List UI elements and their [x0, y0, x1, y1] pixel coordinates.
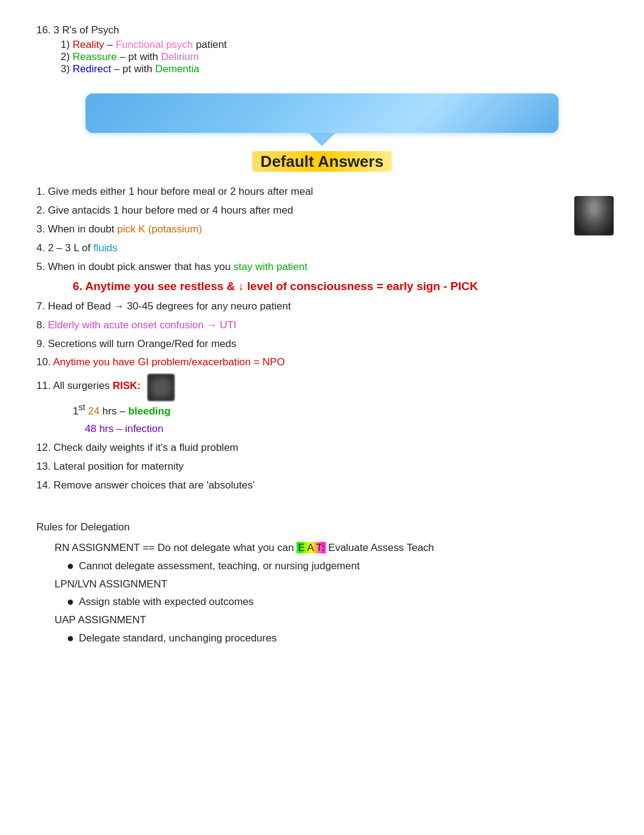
- default-answers-heading: Default Answers: [36, 152, 608, 171]
- bullet-icon: ●: [67, 593, 74, 610]
- item-num: 7.: [36, 300, 48, 312]
- list-item: 5. When in doubt pick answer that has yo…: [36, 259, 608, 276]
- eat-highlight: E A T:: [297, 542, 325, 553]
- item-text: Give antacids 1 hour before med or 4 hou…: [48, 205, 293, 216]
- stay-text: stay with patient: [233, 261, 307, 272]
- avatar-smudge: [147, 374, 175, 401]
- default-answers-title: Default Answers: [252, 151, 392, 172]
- item-num: 5.: [36, 261, 48, 272]
- list-item: 1) Reality – Functional psych patient: [61, 39, 608, 51]
- uap-bullet-text: Delegate standard, unchanging procedures: [79, 629, 277, 647]
- item-num: 11.: [36, 380, 53, 391]
- item-text: All surgeries: [53, 380, 112, 391]
- item-num: 1): [61, 39, 73, 50]
- eat-rest: Evaluate Assess Teach: [326, 542, 434, 553]
- bleeding-text: bleeding: [128, 405, 170, 417]
- item-num: 2.: [36, 205, 48, 216]
- restless-text: 6. Anytime you see restless & ↓ level of…: [73, 280, 478, 292]
- risk-text: RISK:: [113, 380, 141, 391]
- list-item: 2) Reassure – pt with Delirium: [61, 51, 608, 63]
- dash2: – pt with: [117, 51, 161, 63]
- item-text: Check daily weights if it's a fluid prob…: [53, 442, 238, 453]
- bullet-icon: ●: [67, 629, 74, 646]
- dash: –: [104, 39, 116, 50]
- rn-bullet-text: Cannot delegate assessment, teaching, or…: [79, 557, 360, 575]
- dash3: – pt with: [111, 63, 155, 75]
- uap-assignment: UAP ASSIGNMENT: [55, 611, 608, 629]
- surgery-sub: 1st 24 hrs – bleeding: [73, 400, 608, 421]
- list-item: 1. Give meds either 1 hour before meal o…: [36, 183, 608, 201]
- item-num: 9.: [36, 338, 48, 350]
- lpn-bullet-text: Assign stable with expected outcomes: [79, 593, 253, 611]
- list-item: 2. Give antacids 1 hour before med or 4 …: [36, 202, 608, 220]
- hrs-text: hrs –: [99, 405, 128, 417]
- functional-text: Functional psych: [116, 39, 193, 50]
- patient-text: patient: [193, 39, 227, 50]
- blue-banner-container: [36, 93, 608, 146]
- lpn-assignment: LPN/LVN ASSIGNMENT: [55, 575, 608, 593]
- lpn-bullet: ● Assign stable with expected outcomes: [67, 593, 608, 611]
- list-item: 10. Anytime you have GI problem/exacerba…: [36, 354, 608, 371]
- blue-banner: [86, 93, 558, 133]
- reality-text: Reality: [73, 39, 104, 50]
- item-num: 12.: [36, 442, 53, 453]
- item-num: 3.: [36, 223, 48, 235]
- list-item: 12. Check daily weights if it's a fluid …: [36, 439, 608, 457]
- item-num: 13.: [36, 461, 53, 472]
- item-text: Remove answer choices that are 'absolute…: [53, 479, 255, 491]
- npo-text: Anytime you have GI problem/exacerbation…: [53, 356, 284, 368]
- item-text: Secretions will turn Orange/Red for meds: [48, 338, 236, 350]
- default-answers-list: 1. Give meds either 1 hour before meal o…: [36, 183, 608, 494]
- potassium-text: pick K (potassium): [117, 223, 202, 235]
- rn-label: RN ASSIGNMENT == Do not delegate what yo…: [55, 542, 297, 553]
- item-text: Give meds either 1 hour before meal or 2…: [48, 186, 314, 197]
- item-text: 2 – 3 L of: [48, 242, 93, 254]
- item-text: When in doubt pick answer that has you: [48, 261, 233, 272]
- list-item: 14. Remove answer choices that are 'abso…: [36, 477, 608, 495]
- section-16: 16. 3 R's of Psych 1) Reality – Function…: [36, 24, 608, 75]
- hours-24: 24: [88, 405, 99, 417]
- list-item: 3. When in doubt pick K (potassium): [36, 221, 608, 238]
- item-text: Head of Bead → 30-45 degrees for any neu…: [48, 300, 291, 312]
- uap-bullet: ● Delegate standard, unchanging procedur…: [67, 629, 608, 647]
- list-item: 7. Head of Bead → 30-45 degrees for any …: [36, 298, 608, 316]
- reassure-text: Reassure: [73, 51, 117, 63]
- list-item: 4. 2 – 3 L of fluids: [36, 240, 608, 257]
- list-item: 3) Redirect – pt with Dementia: [61, 63, 608, 75]
- rn-assignment: RN ASSIGNMENT == Do not delegate what yo…: [55, 539, 608, 557]
- redirect-text: Redirect: [73, 63, 111, 75]
- delegation-heading: Rules for Delegation: [36, 518, 608, 536]
- section-16-heading: 16. 3 R's of Psych: [36, 24, 608, 36]
- dementia-text: Dementia: [155, 63, 200, 75]
- delirium-text: Delirium: [161, 51, 198, 63]
- item-num: 3): [61, 63, 73, 75]
- item-num: 8.: [36, 319, 48, 331]
- uti-text: Elderly with acute onset confusion → UTI: [48, 319, 236, 331]
- item-num: 10.: [36, 356, 53, 368]
- blue-banner-arrow: [309, 133, 335, 146]
- surgery-48: 48 hrs – infection: [85, 421, 608, 438]
- list-item: 8. Elderly with acute onset confusion → …: [36, 317, 608, 334]
- list-item: 13. Lateral position for maternity: [36, 458, 608, 476]
- list-item: 6. Anytime you see restless & ↓ level of…: [73, 277, 608, 296]
- list-item: 9. Secretions will turn Orange/Red for m…: [36, 336, 608, 353]
- list-item: 11. All surgeries RISK: 1st 24 hrs – ble…: [36, 373, 608, 438]
- hours-48-text: 48 hrs – infection: [85, 423, 163, 434]
- item-num: 4.: [36, 242, 48, 254]
- section-16-items: 1) Reality – Functional psych patient 2)…: [61, 39, 608, 75]
- item-num: 1.: [36, 186, 48, 197]
- item-text: When in doubt: [48, 223, 117, 235]
- item-num: 14.: [36, 479, 53, 491]
- item-text: Lateral position for maternity: [53, 461, 184, 472]
- surgery-1st: 1st: [73, 405, 88, 417]
- item-num: 2): [61, 51, 73, 63]
- rn-bullet: ● Cannot delegate assessment, teaching, …: [67, 557, 608, 575]
- bullet-icon: ●: [67, 557, 74, 574]
- delegation-section: Rules for Delegation RN ASSIGNMENT == Do…: [36, 518, 608, 647]
- fluids-text: fluids: [93, 242, 118, 254]
